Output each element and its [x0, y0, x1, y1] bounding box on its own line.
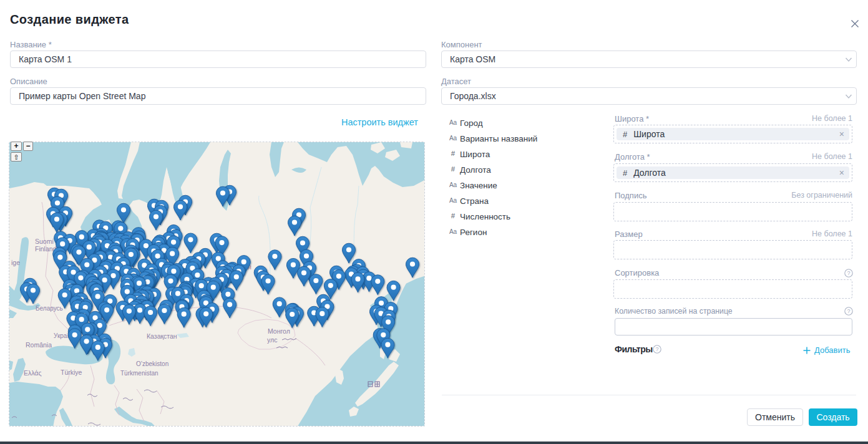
- svg-text:Казақстан: Казақстан: [147, 332, 177, 340]
- svg-text:România: România: [26, 341, 52, 349]
- svg-text:Беларусь: Беларусь: [36, 305, 63, 312]
- svg-text:O’zbekiston: O’zbekiston: [136, 360, 168, 367]
- svg-text:Türkiye: Türkiye: [61, 369, 82, 376]
- svg-text:Ελλάς: Ελλάς: [24, 369, 41, 377]
- svg-text:?: ?: [847, 270, 850, 276]
- svg-text:Suomi: Suomi: [35, 238, 54, 245]
- svg-text:Türkmenistan: Türkmenistan: [120, 370, 158, 377]
- svg-text:Монгол: Монгол: [268, 327, 290, 335]
- svg-text:ige: ige: [11, 259, 20, 266]
- svg-text:?: ?: [655, 346, 658, 352]
- svg-text:Украï: Украï: [54, 332, 69, 339]
- svg-text:улс: улс: [267, 336, 277, 344]
- svg-text:?: ?: [847, 308, 850, 314]
